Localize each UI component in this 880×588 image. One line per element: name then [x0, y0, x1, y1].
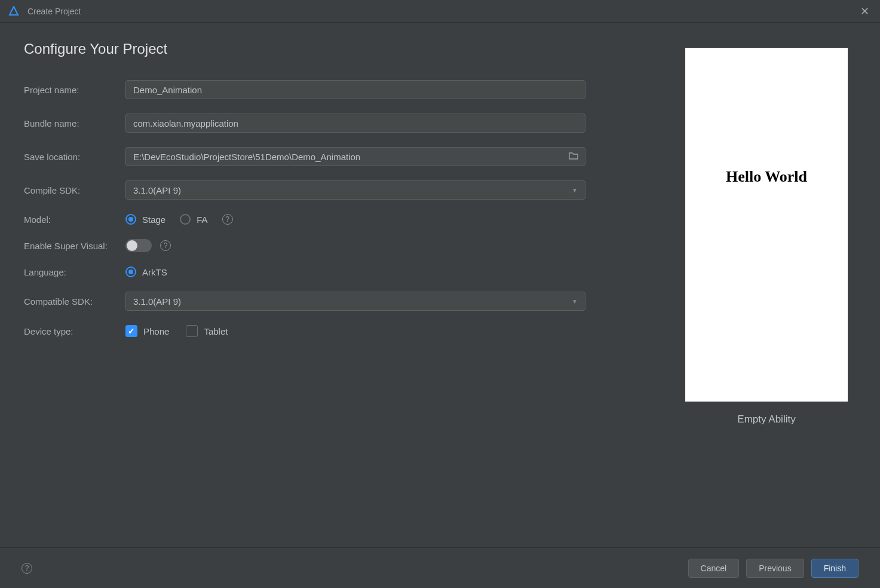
value-save-location: E:\DevEcoStudio\ProjectStore\51Demo\Demo… [133, 152, 360, 162]
row-model: Model: Stage FA ? [24, 214, 653, 225]
folder-browse-icon[interactable] [569, 151, 578, 162]
label-super-visual: Enable Super Visual: [24, 241, 125, 251]
chevron-down-icon: ▼ [572, 298, 578, 305]
checkbox-icon [186, 325, 198, 337]
help-icon[interactable]: ? [160, 240, 171, 251]
value-bundle-name: com.xiaolan.myapplication [133, 118, 238, 128]
content-area: Configure Your Project Project name: Dem… [0, 23, 880, 547]
input-save-location[interactable]: E:\DevEcoStudio\ProjectStore\51Demo\Demo… [125, 147, 585, 166]
preview-content: Hello World [726, 168, 807, 186]
radio-label-arkts: ArkTS [142, 267, 167, 277]
toggle-super-visual[interactable] [125, 239, 152, 252]
checkbox-label-tablet: Tablet [204, 326, 228, 336]
value-compatible-sdk: 3.1.0(API 9) [133, 296, 181, 307]
label-bundle-name: Bundle name: [24, 118, 125, 128]
chevron-down-icon: ▼ [572, 187, 578, 194]
label-compatible-sdk: Compatible SDK: [24, 296, 125, 307]
page-title: Configure Your Project [24, 41, 653, 57]
label-device-type: Device type: [24, 326, 125, 336]
row-compatible-sdk: Compatible SDK: 3.1.0(API 9) ▼ [24, 292, 653, 311]
label-save-location: Save location: [24, 152, 125, 162]
radio-model-stage[interactable]: Stage [125, 214, 165, 225]
help-icon[interactable]: ? [22, 563, 32, 574]
value-compile-sdk: 3.1.0(API 9) [133, 185, 181, 195]
help-icon[interactable]: ? [222, 214, 233, 225]
row-compile-sdk: Compile SDK: 3.1.0(API 9) ▼ [24, 180, 653, 200]
form-area: Configure Your Project Project name: Dem… [24, 41, 677, 547]
row-device-type: Device type: ✓ Phone Tablet [24, 325, 653, 337]
radio-circle-icon [125, 214, 136, 225]
radio-label-fa: FA [197, 215, 207, 225]
radio-language-arkts[interactable]: ArkTS [125, 267, 167, 277]
label-model: Model: [24, 215, 125, 225]
checkbox-icon: ✓ [125, 325, 137, 337]
footer: ? Cancel Previous Finish [0, 547, 880, 588]
radio-circle-icon [180, 214, 191, 225]
row-project-name: Project name: Demo_Animation [24, 80, 653, 99]
label-language: Language: [24, 267, 125, 277]
cancel-button[interactable]: Cancel [688, 559, 740, 578]
label-compile-sdk: Compile SDK: [24, 185, 125, 195]
value-project-name: Demo_Animation [133, 85, 202, 95]
input-bundle-name[interactable]: com.xiaolan.myapplication [125, 114, 585, 133]
radio-group-language: ArkTS [125, 267, 585, 277]
preview-phone: Hello World [685, 48, 848, 402]
row-save-location: Save location: E:\DevEcoStudio\ProjectSt… [24, 147, 653, 166]
checkbox-label-phone: Phone [143, 326, 169, 336]
select-compatible-sdk[interactable]: 3.1.0(API 9) ▼ [125, 292, 585, 311]
radio-model-fa[interactable]: FA [180, 214, 207, 225]
titlebar: Create Project ✕ [0, 0, 880, 23]
label-project-name: Project name: [24, 85, 125, 95]
row-bundle-name: Bundle name: com.xiaolan.myapplication [24, 114, 653, 133]
footer-buttons: Cancel Previous Finish [688, 559, 858, 578]
row-language: Language: ArkTS [24, 267, 653, 277]
preview-caption: Empty Ability [737, 414, 795, 425]
radio-label-stage: Stage [142, 215, 165, 225]
checkbox-device-tablet[interactable]: Tablet [186, 325, 228, 337]
checkbox-device-phone[interactable]: ✓ Phone [125, 325, 169, 337]
select-compile-sdk[interactable]: 3.1.0(API 9) ▼ [125, 180, 585, 200]
row-super-visual: Enable Super Visual: ? [24, 239, 653, 252]
close-icon[interactable]: ✕ [857, 5, 872, 18]
previous-button[interactable]: Previous [746, 559, 804, 578]
radio-group-model: Stage FA ? [125, 214, 585, 225]
preview-area: Hello World Empty Ability [677, 41, 856, 547]
checkbox-group-device: ✓ Phone Tablet [125, 325, 585, 337]
window-title: Create Project [27, 7, 857, 16]
finish-button[interactable]: Finish [811, 559, 858, 578]
radio-circle-icon [125, 267, 136, 277]
input-project-name[interactable]: Demo_Animation [125, 80, 585, 99]
toggle-knob-icon [127, 240, 137, 251]
app-logo-icon [8, 6, 19, 17]
